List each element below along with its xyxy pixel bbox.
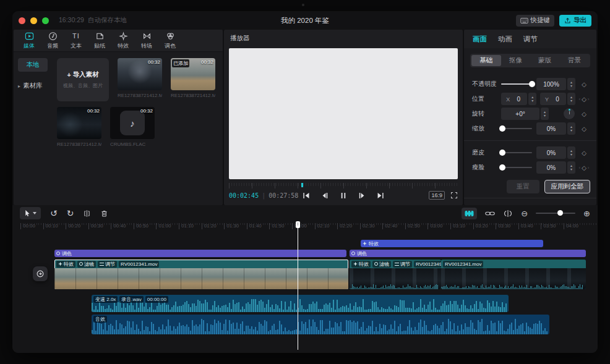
fullscreen-button[interactable] [450, 192, 458, 199]
audio-clip-recording[interactable]: 变速 2.0x 录音.wav 00:00:00 [92, 295, 509, 312]
video-clip-1-selected[interactable]: 特效 滤镜 调节 RV0012341.mov [54, 260, 348, 289]
opacity-slider[interactable] [501, 83, 532, 85]
smooth-skin-slider[interactable] [501, 152, 532, 153]
preview-split-button[interactable] [503, 210, 513, 218]
split-button[interactable] [83, 210, 91, 218]
video-preview[interactable] [229, 48, 458, 179]
tab-sticker[interactable]: 贴纸 [88, 32, 111, 50]
video-clip-2[interactable]: 特效 滤镜 调节 RV0012349.mov [350, 260, 441, 289]
video-thumbnail: 00:32 [118, 58, 162, 90]
keyframe-diamond-icon[interactable]: ◇ [582, 125, 586, 132]
export-button[interactable]: 导出 [559, 15, 591, 27]
effect-track-clip[interactable]: 特效 [361, 240, 543, 247]
playhead-handle[interactable] [296, 221, 300, 228]
minimize-window-button[interactable] [30, 17, 37, 24]
tab-adjust[interactable]: 调节 [523, 35, 538, 44]
tab-text[interactable]: TI 文本 [64, 32, 88, 50]
total-timecode: 00:27:58 [268, 192, 298, 199]
player-scrubber[interactable] [229, 183, 458, 188]
keyframe-diamond-icon[interactable]: ◇ [582, 111, 586, 117]
position-y-stepper[interactable]: ▴▾ [567, 93, 575, 105]
keyframe-diamond-icon[interactable]: ◇ [582, 81, 586, 88]
tab-animation[interactable]: 动画 [498, 35, 512, 44]
media-item-video-2[interactable]: 已添加 00:32 RE127838721412.MP4 [171, 58, 215, 101]
next-keyframe-icon[interactable]: › [588, 165, 590, 171]
tab-audio[interactable]: 音频 [41, 32, 64, 50]
previous-frame-button[interactable] [321, 192, 329, 200]
scale-value[interactable]: 0% [536, 122, 566, 135]
smooth-skin-value[interactable]: 0% [536, 146, 566, 159]
subtab-mask[interactable]: 蒙版 [530, 55, 560, 66]
timeline-ruler[interactable]: 00:0000:1000:2000:3000:4000:5001:0001:10… [12, 221, 598, 231]
slim-face-value[interactable]: 0% [536, 161, 566, 174]
zoom-out-button[interactable]: ⊖ [521, 209, 528, 218]
link-toggle-button[interactable] [485, 210, 495, 218]
video-clip-3[interactable]: RV0012341.mov [441, 260, 586, 289]
apply-to-all-button[interactable]: 应用到全部 [544, 180, 591, 193]
skip-end-button[interactable] [377, 192, 385, 200]
snap-toggle-button[interactable] [462, 208, 477, 219]
color-track-clip-1[interactable]: 调色 [54, 250, 346, 257]
clip-label: 调色 [357, 250, 367, 257]
playhead[interactable] [298, 221, 298, 350]
prev-keyframe-icon[interactable]: ‹ [578, 165, 580, 171]
tab-transition[interactable]: 转场 [135, 32, 158, 50]
close-window-button[interactable] [19, 17, 25, 24]
slim-face-stepper[interactable]: ▴▾ [567, 161, 575, 174]
opacity-stepper[interactable]: ▴▾ [567, 78, 575, 90]
next-frame-button[interactable] [358, 192, 366, 200]
sidebar-item-library[interactable]: ▸ 素材库 [18, 82, 48, 90]
maximize-window-button[interactable] [42, 17, 49, 24]
sticker-icon [95, 32, 105, 41]
color-track-clip-2[interactable]: 调色 [350, 250, 586, 257]
keyframe-diamond-icon[interactable]: ◇ [582, 164, 586, 171]
media-item-audio[interactable]: ♪ 00:32 CRUMBS.FLAC [110, 107, 155, 150]
next-keyframe-icon[interactable]: › [588, 96, 590, 102]
added-badge: 已添加 [172, 59, 189, 67]
shortcuts-button[interactable]: 快捷键 [516, 15, 555, 27]
rotation-stepper[interactable]: ▴▾ [541, 108, 549, 120]
position-y-field[interactable]: Y 0 [540, 93, 566, 105]
rotation-dial[interactable] [564, 108, 575, 119]
traffic-lights [19, 17, 49, 24]
track-expand-button[interactable] [33, 266, 48, 281]
subtab-basic[interactable]: 基础 [471, 55, 501, 66]
clip-label: 特效 [369, 240, 379, 247]
media-item-video-3[interactable]: 00:32 RE127838721412.MP4 [57, 107, 101, 150]
scale-slider[interactable] [501, 128, 532, 129]
undo-button[interactable]: ↺ [50, 209, 58, 218]
position-x-stepper[interactable]: ▴▾ [528, 93, 536, 105]
media-panel: 媒体 音频 TI 文本 贴纸 [14, 30, 223, 205]
tab-media[interactable]: 媒体 [17, 32, 41, 50]
inspector-subtab-bar: 基础 抠像 蒙版 背景 [470, 54, 590, 67]
media-item-video-1[interactable]: 00:32 RE127838721412.MP4 [118, 58, 162, 101]
rotation-field[interactable]: +0° [501, 108, 539, 120]
tab-color[interactable]: 调色 [158, 32, 182, 50]
player-title: 播放器 [224, 30, 463, 47]
opacity-value[interactable]: 100% [536, 78, 566, 90]
select-tool-button[interactable] [20, 207, 41, 219]
prev-keyframe-icon[interactable]: ‹ [578, 96, 580, 102]
smooth-skin-stepper[interactable]: ▴▾ [567, 146, 575, 159]
skip-start-button[interactable] [303, 192, 311, 200]
timeline-zoom-slider[interactable] [536, 213, 575, 214]
pause-button[interactable] [340, 192, 348, 200]
slim-face-slider[interactable] [501, 167, 532, 168]
keyframe-diamond-icon[interactable]: ◇ [582, 150, 586, 156]
audio-clip-sfx[interactable]: 音效 [92, 315, 549, 334]
keyframe-diamond-icon[interactable]: ◇ [582, 96, 586, 103]
subtab-background[interactable]: 背景 [560, 55, 590, 66]
subtab-cutout[interactable]: 抠像 [501, 55, 531, 66]
zoom-in-button[interactable]: ⊕ [583, 209, 590, 218]
import-media-button[interactable]: + 导入素材 视频、音频、图片 [57, 58, 109, 101]
sidebar-item-local[interactable]: 本地 [18, 58, 48, 72]
scale-stepper[interactable]: ▴▾ [567, 122, 575, 135]
export-label: 导出 [573, 16, 586, 25]
tab-picture[interactable]: 画面 [473, 35, 487, 44]
reset-button[interactable]: 重置 [507, 180, 539, 193]
position-x-field[interactable]: X 0 [501, 93, 527, 105]
delete-button[interactable] [100, 210, 108, 218]
tab-effects[interactable]: 特效 [111, 32, 135, 50]
redo-button[interactable]: ↻ [67, 209, 74, 218]
aspect-ratio-button[interactable]: 16:9 [429, 191, 445, 200]
